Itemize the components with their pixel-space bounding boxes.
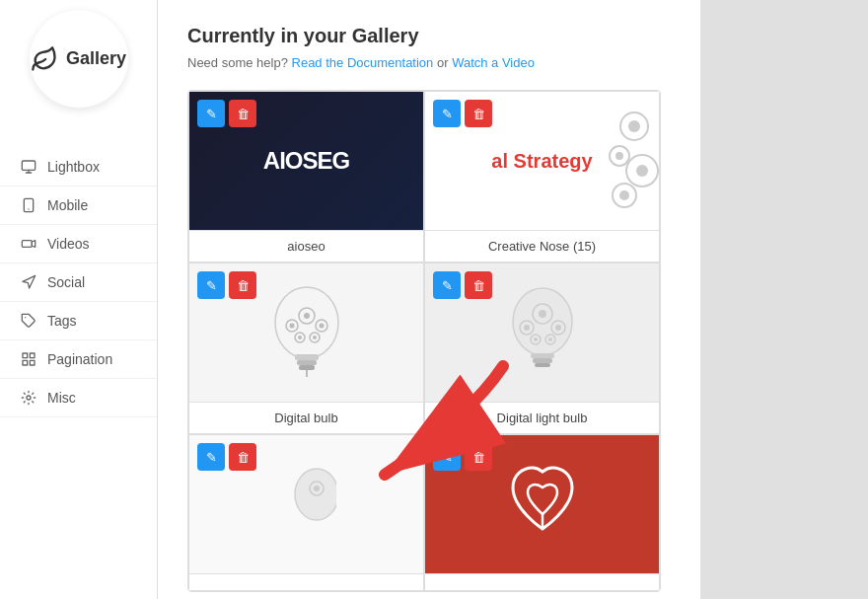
svg-rect-48 [533, 358, 552, 363]
edit-partial-button[interactable]: ✎ [197, 443, 225, 471]
gallery-item-digital-light-bulb-label: Digital light bulb [425, 402, 659, 433]
svg-rect-34 [299, 365, 315, 370]
gallery-item-creative: ✎ 🗑 al Strategy [424, 91, 660, 262]
svg-point-42 [555, 325, 561, 331]
svg-point-21 [275, 287, 338, 358]
tool-icon [20, 389, 37, 407]
svg-rect-33 [297, 360, 317, 365]
sidebar-item-videos[interactable]: Videos [0, 225, 157, 263]
megaphone-icon [20, 273, 37, 291]
svg-point-31 [313, 336, 317, 339]
doc-link[interactable]: Read the Documentation [292, 55, 434, 70]
sidebar-logo-text: Gallery [66, 48, 126, 69]
delete-aioseo-button[interactable]: 🗑 [229, 100, 256, 127]
sidebar-navigation: Lightbox Mobile Videos [0, 138, 157, 427]
right-sidebar-area [700, 0, 868, 599]
edit-heart-button[interactable]: ✎ [433, 443, 461, 471]
video-icon [20, 235, 37, 253]
delete-heart-button[interactable]: 🗑 [465, 443, 492, 471]
delete-creative-button[interactable]: 🗑 [465, 100, 492, 127]
svg-point-36 [513, 288, 572, 355]
sidebar: Gallery Lightbox Mobile [0, 0, 158, 599]
sidebar-item-mobile-label: Mobile [47, 197, 88, 213]
svg-point-16 [615, 152, 623, 160]
digital-light-bulb-svg [498, 278, 587, 387]
svg-rect-9 [30, 353, 35, 358]
svg-rect-11 [23, 360, 28, 365]
svg-point-23 [304, 313, 310, 319]
sidebar-item-tags[interactable]: Tags [0, 302, 157, 340]
gallery-wrapper: ✎ 🗑 AIOSEG aioseo ✎ 🗑 al St [187, 90, 661, 592]
gallery-item-heart-toolbar: ✎ 🗑 [433, 443, 492, 471]
gear-svg [605, 102, 659, 220]
gallery-item-heart: ✎ 🗑 [424, 434, 660, 591]
sidebar-item-lightbox[interactable]: Lightbox [0, 148, 157, 187]
gallery-item-creative-label: Creative Nose (15) [425, 230, 659, 262]
svg-point-25 [289, 324, 294, 329]
svg-point-27 [319, 324, 324, 329]
svg-point-20 [619, 190, 629, 200]
main-content: Currently in your Gallery Need some help… [158, 0, 700, 599]
gallery-item-partial-toolbar: ✎ 🗑 [197, 443, 256, 471]
sidebar-item-mobile[interactable]: Mobile [0, 187, 157, 225]
delete-digital-light-bulb-button[interactable]: 🗑 [465, 271, 492, 299]
monitor-icon [20, 158, 37, 176]
svg-point-50 [295, 469, 336, 520]
svg-point-12 [27, 396, 31, 400]
gallery-item-aioseo-label: aioseo [189, 230, 423, 262]
tag-icon [20, 312, 37, 330]
gallery-item-aioseo: ✎ 🗑 AIOSEG aioseo [188, 91, 424, 262]
sidebar-item-pagination-label: Pagination [47, 351, 112, 367]
sidebar-item-lightbox-label: Lightbox [47, 159, 100, 175]
svg-rect-47 [531, 353, 554, 358]
gallery-item-partial: ✎ 🗑 [188, 434, 424, 591]
sidebar-item-social[interactable]: Social [0, 263, 157, 302]
edit-digital-light-bulb-button[interactable]: ✎ [433, 271, 461, 299]
svg-point-29 [298, 336, 302, 339]
leaf-icon [31, 45, 58, 73]
gallery-item-aioseo-toolbar: ✎ 🗑 [197, 100, 256, 127]
svg-point-38 [539, 310, 546, 318]
partial-svg [277, 465, 336, 544]
edit-digital-bulb-button[interactable]: ✎ [197, 271, 225, 299]
svg-rect-3 [24, 198, 33, 211]
svg-point-18 [636, 165, 648, 177]
aioseo-text: AIOSEG [263, 147, 349, 175]
svg-point-46 [548, 337, 552, 341]
gallery-item-digital-bulb-toolbar: ✎ 🗑 [197, 271, 256, 299]
gallery-grid: ✎ 🗑 AIOSEG aioseo ✎ 🗑 al St [187, 90, 661, 592]
svg-rect-8 [23, 353, 28, 358]
gallery-item-digital-bulb: ✎ 🗑 [188, 262, 424, 434]
sidebar-item-social-label: Social [47, 274, 85, 290]
svg-marker-6 [32, 241, 35, 248]
svg-rect-32 [295, 354, 319, 360]
sidebar-item-misc-label: Misc [47, 390, 76, 406]
edit-creative-button[interactable]: ✎ [433, 100, 461, 127]
svg-point-14 [628, 120, 640, 132]
svg-rect-0 [22, 161, 35, 170]
sidebar-item-misc[interactable]: Misc [0, 379, 157, 417]
gallery-item-heart-label [425, 573, 659, 590]
gallery-item-digital-light-bulb-toolbar: ✎ 🗑 [433, 271, 492, 299]
sidebar-item-pagination[interactable]: Pagination [0, 340, 157, 379]
svg-rect-10 [30, 360, 35, 365]
sidebar-logo[interactable]: Gallery [30, 10, 128, 109]
gallery-item-digital-light-bulb: ✎ 🗑 [424, 262, 660, 434]
svg-rect-5 [22, 241, 32, 248]
sidebar-item-videos-label: Videos [47, 236, 90, 252]
delete-partial-button[interactable]: 🗑 [229, 443, 256, 471]
edit-aioseo-button[interactable]: ✎ [197, 100, 225, 127]
delete-digital-bulb-button[interactable]: 🗑 [229, 271, 256, 299]
page-title: Currently in your Gallery [187, 25, 671, 47]
sidebar-item-tags-label: Tags [47, 313, 77, 329]
heart-svg [503, 460, 582, 549]
gallery-item-creative-toolbar: ✎ 🗑 [433, 100, 492, 127]
svg-point-40 [524, 325, 530, 331]
svg-point-52 [314, 486, 320, 491]
video-link[interactable]: Watch a Video [452, 55, 535, 70]
gallery-item-digital-bulb-label: Digital bulb [189, 402, 423, 433]
gallery-item-partial-label [189, 573, 423, 590]
svg-rect-49 [535, 363, 550, 367]
svg-point-44 [534, 337, 538, 341]
help-text: Need some help? Read the Documentation o… [187, 55, 671, 70]
